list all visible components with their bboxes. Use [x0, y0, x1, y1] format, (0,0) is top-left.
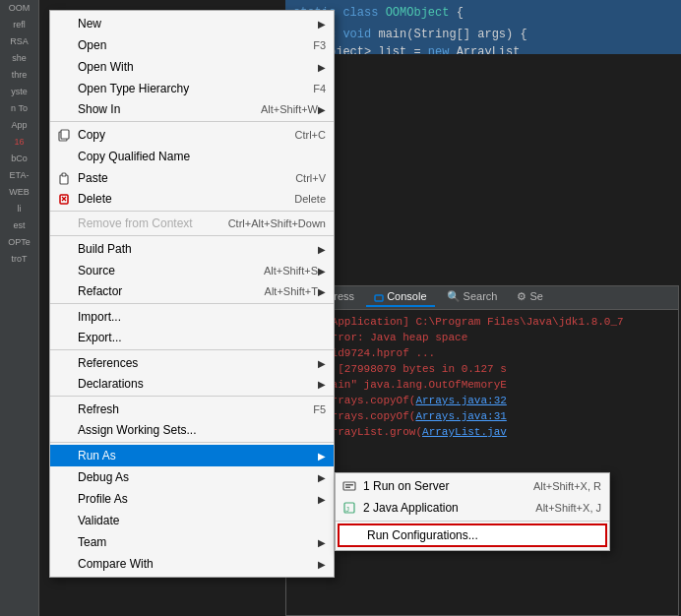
sidebar-label-app: App — [0, 117, 38, 134]
sidebar-label-thre: thre — [0, 67, 38, 84]
sidebar-label-16: 16 — [0, 134, 38, 151]
menu-item-run-as[interactable]: Run As ▶ — [50, 445, 334, 466]
svg-rect-3 — [62, 173, 66, 176]
run-server-icon — [340, 479, 359, 493]
submenu-arrow-declarations: ▶ — [318, 379, 326, 390]
sidebar-label-rsa: RSA — [0, 33, 38, 50]
svg-rect-8 — [345, 484, 353, 486]
menu-item-references[interactable]: References ▶ — [50, 352, 334, 374]
run-as-submenu: 1 Run on Server Alt+Shift+X, R J 2 Java … — [335, 472, 610, 551]
console-line-1: emoryError: Java heap space — [292, 330, 672, 345]
menu-item-remove-context: Remove from Context Ctrl+Alt+Shift+Down — [50, 214, 334, 236]
console-line-4: ead "main" java.lang.OutOfMemoryE — [292, 377, 672, 393]
menu-item-declarations[interactable]: Declarations ▶ — [50, 374, 334, 397]
submenu-separator — [336, 521, 609, 522]
submenu-arrow-new: ▶ — [318, 19, 326, 30]
context-menu: New ▶ Open F3 Open With ▶ Open Type Hier… — [49, 10, 335, 578]
console-line-2: java_pid9724.hprof ... — [292, 345, 672, 361]
menu-item-validate[interactable]: Validate — [50, 510, 334, 531]
submenu-arrow-team: ▶ — [318, 537, 326, 548]
submenu-arrow-open-with: ▶ — [318, 62, 326, 73]
svg-text:J: J — [345, 505, 349, 514]
svg-rect-9 — [345, 487, 350, 489]
sidebar-label-est: est — [0, 217, 38, 234]
menu-item-export[interactable]: Export... — [50, 328, 334, 350]
menu-item-open-type-hierarchy[interactable]: Open Type Hierarchy F4 — [50, 78, 334, 99]
menu-item-source[interactable]: Source Alt+Shift+S ▶ — [50, 260, 334, 281]
sidebar-label-bco: bCo — [0, 151, 38, 167]
menu-item-team[interactable]: Team ▶ — [50, 531, 334, 553]
sidebar-label-she: she — [0, 50, 38, 67]
menu-item-copy[interactable]: Copy Ctrl+C — [50, 124, 334, 146]
menu-item-delete[interactable]: Delete Delete — [50, 189, 334, 212]
console-line-5: util.Arrays.copyOf(Arrays.java:32 — [292, 393, 672, 408]
console-line-3: reated [27998079 bytes in 0.127 s — [292, 361, 672, 377]
console-line-6: util.Arrays.copyOf(Arrays.java:31 — [292, 408, 672, 424]
menu-item-new[interactable]: New ▶ — [50, 13, 334, 34]
sidebar-label-web: WEB — [0, 184, 38, 201]
menu-item-refactor[interactable]: Refactor Alt+Shift+T ▶ — [50, 281, 334, 304]
submenu-item-run-server[interactable]: 1 Run on Server Alt+Shift+X, R — [336, 475, 609, 497]
tab-se[interactable]: ⚙ Se — [509, 288, 551, 307]
sidebar-label-nto: n To — [0, 100, 38, 117]
svg-rect-1 — [61, 130, 69, 139]
java-app-icon: J — [340, 501, 359, 515]
menu-item-open[interactable]: Open F3 — [50, 34, 334, 56]
copy-icon — [54, 128, 74, 142]
svg-rect-7 — [343, 482, 355, 490]
menu-item-refresh[interactable]: Refresh F5 — [50, 399, 334, 420]
menu-item-import[interactable]: Import... — [50, 306, 334, 328]
console-area: Progress Console 🔍 Search ⚙ Se [Java App… — [285, 285, 679, 616]
console-line-7: util.ArrayList.grow(ArrayList.jav — [292, 424, 672, 440]
sidebar-label-trot: troT — [0, 251, 38, 268]
console-content: [Java Application] C:\Program Files\Java… — [286, 310, 678, 615]
svg-rect-13 — [375, 295, 383, 301]
delete-icon — [54, 192, 74, 206]
tab-console[interactable]: Console — [366, 288, 434, 306]
submenu-arrow-build-path: ▶ — [318, 244, 326, 255]
paste-icon — [54, 171, 74, 185]
menu-item-profile-as[interactable]: Profile As ▶ — [50, 488, 334, 510]
sidebar-label-oom: OOM — [0, 0, 38, 17]
menu-item-paste[interactable]: Paste Ctrl+V — [50, 167, 334, 189]
tab-search[interactable]: 🔍 Search — [439, 288, 506, 307]
menu-item-debug-as[interactable]: Debug As ▶ — [50, 466, 334, 488]
submenu-arrow-run-as: ▶ — [318, 451, 326, 462]
submenu-arrow-references: ▶ — [318, 358, 326, 369]
console-toolbar: Progress Console 🔍 Search ⚙ Se — [286, 286, 678, 310]
submenu-arrow-debug-as: ▶ — [318, 472, 326, 483]
submenu-item-run-configurations[interactable]: Run Configurations... — [338, 524, 607, 547]
sidebar-label-li: li — [0, 201, 38, 217]
submenu-arrow-refactor: ▶ — [318, 286, 326, 297]
console-line-header: [Java Application] C:\Program Files\Java… — [292, 314, 672, 330]
sidebar-label-eta: ETA- — [0, 167, 38, 184]
submenu-arrow-source: ▶ — [318, 266, 326, 277]
menu-item-open-with[interactable]: Open With ▶ — [50, 56, 334, 78]
left-sidebar: OOM refl RSA she thre yste n To App 16 b… — [0, 0, 39, 616]
menu-item-copy-qualified[interactable]: Copy Qualified Name — [50, 146, 334, 167]
menu-item-assign-working-sets[interactable]: Assign Working Sets... — [50, 420, 334, 443]
submenu-arrow-profile-as: ▶ — [318, 494, 326, 505]
code-highlight-area: static class OOMObject { static void mai… — [285, 0, 681, 54]
menu-item-show-in[interactable]: Show In Alt+Shift+W ▶ — [50, 99, 334, 122]
submenu-arrow-compare-with: ▶ — [318, 559, 326, 570]
sidebar-label-opte: OPTe — [0, 234, 38, 251]
sidebar-label-yste: yste — [0, 84, 38, 100]
sidebar-label-refl: refl — [0, 17, 38, 33]
menu-item-compare-with[interactable]: Compare With ▶ — [50, 553, 334, 575]
menu-item-build-path[interactable]: Build Path ▶ — [50, 238, 334, 260]
submenu-arrow-show-in: ▶ — [318, 104, 326, 115]
submenu-item-java-app[interactable]: J 2 Java Application Alt+Shift+X, J — [336, 497, 609, 519]
